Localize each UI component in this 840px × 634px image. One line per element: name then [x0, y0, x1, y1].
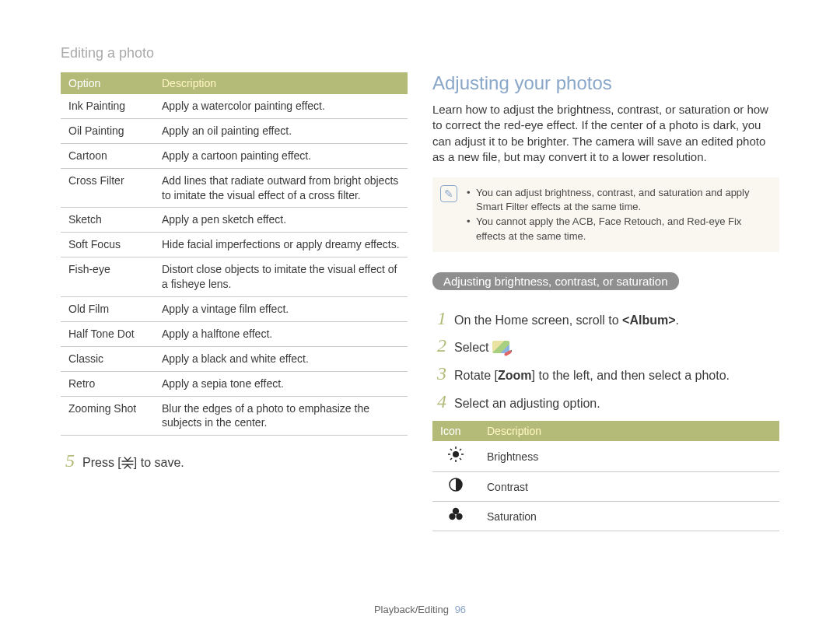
- step-3: 3 Rotate [Zoom] to the left, and then se…: [432, 364, 779, 384]
- table-row: Fish-eyeDistort close objects to imitate…: [61, 257, 408, 297]
- option-cell: Sketch: [61, 208, 154, 233]
- saturation-icon: [447, 507, 464, 521]
- description-cell: Contrast: [479, 472, 779, 502]
- label: .: [676, 313, 679, 327]
- options-table: Option Description Ink PaintingApply a w…: [61, 72, 408, 436]
- svg-line-6: [460, 458, 461, 460]
- page-header: Editing a photo: [61, 45, 779, 61]
- table-row: Ink PaintingApply a watercolor painting …: [61, 94, 408, 118]
- icon-cell: [432, 502, 479, 531]
- section-title: Adjusting your photos: [432, 72, 779, 94]
- svg-line-7: [460, 449, 461, 450]
- option-cell: Cross Filter: [61, 168, 154, 208]
- label: Press [: [82, 456, 121, 469]
- description-cell: Brightness: [479, 441, 779, 472]
- label: On the Home screen, scroll to: [454, 313, 622, 327]
- step-text: Select an adjusting option.: [454, 392, 600, 412]
- edit-icon: [492, 341, 509, 353]
- icon-cell: [432, 441, 479, 472]
- option-cell: Zooming Shot: [61, 396, 154, 436]
- description-cell: Apply a sepia tone effect.: [154, 371, 408, 396]
- description-cell: Hide facial imperfections or apply dream…: [154, 233, 408, 257]
- table-row: Brightness: [432, 441, 779, 472]
- description-cell: Distort close objects to imitate the vis…: [154, 257, 408, 297]
- icons-table: Icon Description BrightnessContrastSatur…: [432, 421, 779, 531]
- step-number: 3: [432, 364, 446, 383]
- step-number: 2: [432, 336, 446, 355]
- table-row: SketchApply a pen sketch effect.: [61, 208, 408, 233]
- option-cell: Oil Painting: [61, 118, 154, 143]
- svg-line-8: [450, 458, 452, 460]
- step-text: Rotate [Zoom] to the left, and then sele…: [454, 364, 730, 384]
- description-cell: Apply a cartoon painting effect.: [154, 143, 408, 168]
- icon-cell: [432, 472, 479, 502]
- step-number: 4: [432, 392, 446, 411]
- description-cell: Saturation: [479, 502, 779, 531]
- table-row: Zooming ShotBlur the edges of a photo to…: [61, 396, 408, 436]
- note-box: ✎ You can adjust brightness, contrast, a…: [432, 177, 779, 252]
- table-row: Oil PaintingApply an oil painting effect…: [61, 118, 408, 143]
- label: ] to the left, and then select a photo.: [532, 369, 730, 382]
- step-text: Press [] to save.: [82, 451, 184, 471]
- label: Rotate [: [454, 369, 498, 382]
- description-cell: Apply a black and white effect.: [154, 346, 408, 371]
- option-cell: Soft Focus: [61, 233, 154, 257]
- footer-section: Playback/Editing: [374, 604, 449, 615]
- note-item: You cannot apply the ACB, Face Retouch, …: [467, 215, 768, 243]
- table-row: Half Tone DotApply a halftone effect.: [61, 321, 408, 346]
- option-cell: Half Tone Dot: [61, 321, 154, 346]
- description-cell: Apply a watercolor painting effect.: [154, 94, 408, 118]
- option-cell: Fish-eye: [61, 257, 154, 297]
- svg-point-0: [453, 451, 459, 457]
- right-column: Adjusting your photos Learn how to adjus…: [432, 72, 779, 531]
- col-icon: Icon: [432, 421, 479, 441]
- table-row: Cross FilterAdd lines that radiate outwa…: [61, 168, 408, 208]
- option-cell: Ink Painting: [61, 94, 154, 118]
- svg-point-12: [456, 513, 462, 520]
- label: Select: [454, 341, 492, 354]
- option-cell: Retro: [61, 371, 154, 396]
- album-ref: <Album>: [622, 313, 675, 327]
- step-text: Select .: [454, 336, 513, 356]
- description-cell: Add lines that radiate outward from brig…: [154, 168, 408, 208]
- table-row: Saturation: [432, 502, 779, 531]
- note-list: You can adjust brightness, contrast, and…: [467, 185, 768, 244]
- col-description: Description: [154, 72, 408, 94]
- left-column: Option Description Ink PaintingApply a w…: [61, 72, 408, 531]
- step-5: 5 Press [] to save.: [61, 451, 408, 471]
- col-option: Option: [61, 72, 154, 94]
- svg-point-11: [449, 513, 455, 520]
- option-cell: Old Film: [61, 297, 154, 322]
- description-cell: Apply a vintage film effect.: [154, 297, 408, 322]
- table-row: Old FilmApply a vintage film effect.: [61, 297, 408, 322]
- note-item: You can adjust brightness, contrast, and…: [467, 186, 768, 214]
- table-row: RetroApply a sepia tone effect.: [61, 371, 408, 396]
- description-cell: Apply a halftone effect.: [154, 321, 408, 346]
- description-cell: Apply an oil painting effect.: [154, 118, 408, 143]
- table-row: CartoonApply a cartoon painting effect.: [61, 143, 408, 168]
- option-cell: Cartoon: [61, 143, 154, 168]
- table-row: Soft FocusHide facial imperfections or a…: [61, 233, 408, 257]
- subsection-pill: Adjusting brightness, contrast, or satur…: [432, 272, 679, 290]
- table-row: ClassicApply a black and white effect.: [61, 346, 408, 371]
- step-number: 5: [61, 451, 75, 470]
- option-cell: Classic: [61, 346, 154, 371]
- note-icon: ✎: [440, 185, 457, 202]
- svg-line-5: [450, 449, 452, 450]
- step-2: 2 Select .: [432, 336, 779, 356]
- table-row: Contrast: [432, 472, 779, 502]
- brightness-icon: [448, 447, 464, 462]
- section-paragraph: Learn how to adjust the brightness, cont…: [432, 102, 779, 165]
- footer: Playback/Editing 96: [0, 604, 840, 615]
- zoom-ref: Zoom: [498, 369, 532, 382]
- col-description: Description: [479, 421, 779, 441]
- contrast-icon: [449, 478, 463, 492]
- label: ] to save.: [134, 456, 184, 469]
- svg-point-10: [453, 508, 459, 514]
- step-text: On the Home screen, scroll to <Album>.: [454, 309, 679, 329]
- page-number: 96: [455, 604, 466, 615]
- step-number: 1: [432, 309, 446, 328]
- step-1: 1 On the Home screen, scroll to <Album>.: [432, 309, 779, 329]
- step-4: 4 Select an adjusting option.: [432, 392, 779, 412]
- description-cell: Apply a pen sketch effect.: [154, 208, 408, 233]
